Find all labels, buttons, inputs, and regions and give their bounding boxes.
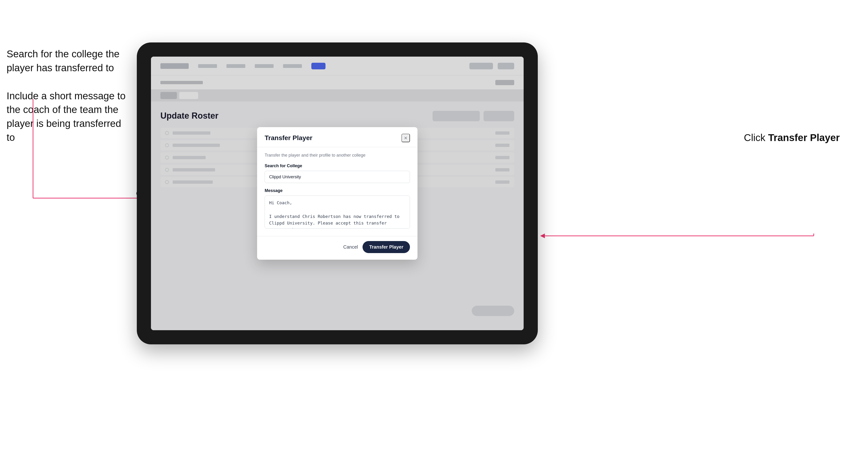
message-label: Message <box>265 188 410 193</box>
modal-close-button[interactable]: × <box>401 134 410 142</box>
modal-header: Transfer Player × <box>257 127 417 147</box>
annotation-right: Click Transfer Player <box>744 132 840 144</box>
modal-overlay: Transfer Player × Transfer the player an… <box>151 57 524 330</box>
annotation-message-text: Include a short message to the coach of … <box>7 89 129 145</box>
modal-subtitle: Transfer the player and their profile to… <box>265 153 410 158</box>
message-textarea[interactable]: Hi Coach, I understand Chris Robertson h… <box>265 195 410 228</box>
annotation-left: Search for the college the player has tr… <box>7 47 129 159</box>
svg-marker-6 <box>540 234 545 238</box>
tablet-screen: Update Roster <box>151 57 524 330</box>
college-search-label: Search for College <box>265 163 410 168</box>
modal-body: Transfer the player and their profile to… <box>257 147 417 236</box>
transfer-player-modal: Transfer Player × Transfer the player an… <box>257 127 417 260</box>
modal-title: Transfer Player <box>265 134 312 142</box>
college-search-input[interactable] <box>265 171 410 183</box>
annotation-transfer-bold: Transfer Player <box>768 132 840 143</box>
modal-footer: Cancel Transfer Player <box>257 236 417 260</box>
cancel-button[interactable]: Cancel <box>343 244 358 250</box>
annotation-search-text: Search for the college the player has tr… <box>7 47 129 75</box>
tablet-device: Update Roster <box>137 42 538 344</box>
transfer-player-button[interactable]: Transfer Player <box>363 241 410 253</box>
